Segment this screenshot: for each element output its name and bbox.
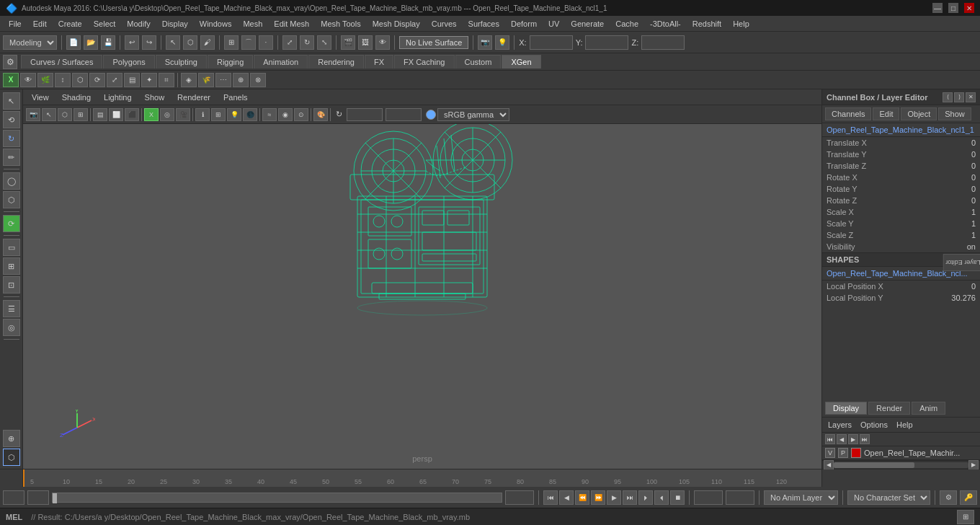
menu-file[interactable]: File: [3, 18, 27, 30]
tab-fx-caching[interactable]: FX Caching: [394, 55, 454, 69]
scrollbar-track[interactable]: [834, 462, 968, 468]
layer-pickable-btn[interactable]: P: [838, 448, 848, 458]
shelf-btn-7[interactable]: ⤢: [107, 73, 122, 87]
open-scene-icon[interactable]: 📂: [84, 35, 98, 50]
cb-tab-object[interactable]: Object: [901, 107, 937, 120]
paint-select-tool[interactable]: ⬡: [3, 191, 20, 208]
vpt-isolate[interactable]: ◎: [160, 108, 174, 121]
anim-keying-btn[interactable]: 🔑: [960, 490, 977, 505]
select-icon[interactable]: ↖: [166, 35, 180, 50]
help-layer-btn[interactable]: Help: [894, 420, 916, 430]
prev-key-btn[interactable]: ⏪: [575, 490, 589, 505]
frame-selected-tool[interactable]: ⊡: [3, 276, 20, 294]
vpt-dof[interactable]: ⊙: [294, 108, 308, 121]
transform-icon[interactable]: ⤢: [282, 35, 297, 50]
hide-tool[interactable]: ☰: [3, 300, 20, 317]
shelf-btn-6[interactable]: ⟳: [89, 73, 105, 87]
menu-windows[interactable]: Windows: [194, 18, 238, 30]
minimize-button[interactable]: —: [932, 3, 943, 13]
go-end-btn[interactable]: ⏭: [623, 490, 637, 505]
vpt-ssao[interactable]: ◉: [278, 108, 293, 121]
vpt-select[interactable]: ↖: [42, 108, 56, 121]
menu-modify[interactable]: Modify: [121, 18, 156, 30]
tab-polygons[interactable]: Polygons: [103, 55, 154, 69]
options-btn[interactable]: Options: [858, 420, 891, 430]
y-coord-input[interactable]: [585, 35, 628, 50]
layer-nav-prev[interactable]: ◀: [837, 434, 847, 444]
timeline-thumb[interactable]: [53, 493, 57, 503]
menu-mesh-tools[interactable]: Mesh Tools: [315, 18, 366, 30]
cb-tab-channels[interactable]: Channels: [825, 107, 871, 120]
isolate-tool[interactable]: ◎: [3, 319, 20, 336]
menu-surfaces[interactable]: Surfaces: [463, 18, 505, 30]
shelf-btn-4[interactable]: ↕: [55, 73, 71, 87]
shelf-btn-9[interactable]: ✦: [141, 73, 157, 87]
menu-generate[interactable]: Generate: [565, 18, 610, 30]
menu-cache[interactable]: Cache: [610, 18, 644, 30]
tab-sculpting[interactable]: Sculpting: [156, 55, 207, 69]
vpt-xray[interactable]: X: [144, 108, 159, 121]
vpt-rough[interactable]: ⬛: [125, 108, 139, 121]
layer-nav-next[interactable]: ▶: [848, 434, 858, 444]
shelf-btn-15[interactable]: ⊗: [250, 73, 266, 87]
tab-curves-surfaces[interactable]: Curves / Surfaces: [21, 55, 102, 69]
playback-end-input[interactable]: 120: [694, 490, 723, 505]
cb-collapse-btn[interactable]: ⟩: [954, 92, 964, 102]
display-render-icon[interactable]: 👁: [375, 35, 390, 50]
menu-select[interactable]: Select: [88, 18, 122, 30]
cb-close-btn[interactable]: ✕: [966, 92, 976, 102]
shelf-btn-11[interactable]: ◈: [181, 73, 197, 87]
x-coord-input[interactable]: [530, 35, 573, 50]
mode-select[interactable]: Modeling: [3, 35, 57, 50]
shelf-btn-5[interactable]: ⬡: [72, 73, 88, 87]
layer-visibility-btn[interactable]: V: [825, 448, 835, 458]
scroll-left-btn[interactable]: ◀: [824, 460, 834, 470]
cb-expand-btn[interactable]: ⟨: [943, 92, 953, 102]
frame-all-tool[interactable]: ⊞: [3, 257, 20, 275]
menu-redshift[interactable]: Redshift: [687, 18, 727, 30]
vp-menu-lighting[interactable]: Lighting: [98, 92, 138, 103]
shelf-btn-12[interactable]: 🌾: [198, 73, 214, 87]
menu-edit-mesh[interactable]: Edit Mesh: [268, 18, 315, 30]
save-scene-icon[interactable]: 💾: [101, 35, 115, 50]
gamma-select[interactable]: sRGB gamma: [437, 108, 509, 121]
tab-rigging[interactable]: Rigging: [208, 55, 253, 69]
menu-mesh-display[interactable]: Mesh Display: [367, 18, 426, 30]
lasso-icon[interactable]: ⬡: [183, 35, 197, 50]
viewport[interactable]: View Shading Lighting Show Renderer Pane…: [23, 89, 821, 469]
vpt-smooth[interactable]: ⬜: [109, 108, 123, 121]
vp-menu-view[interactable]: View: [26, 92, 55, 103]
vpt-hud[interactable]: ℹ: [195, 108, 210, 121]
ipr-icon[interactable]: 🖼: [358, 35, 373, 50]
channel-box-scrollbar[interactable]: ◀ ▶: [822, 460, 980, 469]
shelf-btn-14[interactable]: ⊕: [233, 73, 249, 87]
tab-fx[interactable]: FX: [365, 55, 393, 69]
rotate-tool[interactable]: ↻: [3, 130, 20, 147]
light-icon[interactable]: 💡: [495, 35, 509, 50]
lasso-tool[interactable]: ◯: [3, 172, 20, 190]
menu-help[interactable]: Help: [727, 18, 755, 30]
snap-grid-icon[interactable]: ⊞: [224, 35, 239, 50]
maximize-button[interactable]: □: [948, 3, 958, 13]
anim-layer-select[interactable]: No Anim Layer: [764, 490, 838, 505]
scale-icon[interactable]: ⤡: [317, 35, 331, 50]
head-tool[interactable]: ⬡: [3, 449, 20, 466]
go-start-btn[interactable]: ⏮: [543, 490, 558, 505]
menu-deform[interactable]: Deform: [505, 18, 543, 30]
layer-color[interactable]: [851, 448, 861, 458]
menu-uv[interactable]: UV: [543, 18, 565, 30]
vpt-cam-attrs[interactable]: 🎥: [176, 108, 190, 121]
vpt-camera[interactable]: 📷: [26, 108, 40, 121]
tab-animation[interactable]: Animation: [254, 55, 308, 69]
shelf-btn-1[interactable]: X: [3, 73, 19, 87]
tab-rendering[interactable]: Rendering: [308, 55, 364, 69]
disp-tab-anim[interactable]: Anim: [912, 402, 945, 415]
vp-menu-panels[interactable]: Panels: [218, 92, 254, 103]
rotate-icon[interactable]: ↻: [300, 35, 314, 50]
menu-3dtall[interactable]: -3DtoAll-: [644, 18, 687, 30]
grid-tool[interactable]: ⊕: [3, 430, 20, 447]
current-frame-input[interactable]: 1: [27, 490, 49, 505]
close-button[interactable]: ✕: [964, 3, 974, 13]
scroll-right-btn[interactable]: ▶: [968, 460, 979, 470]
disp-tab-render[interactable]: Render: [868, 402, 910, 415]
